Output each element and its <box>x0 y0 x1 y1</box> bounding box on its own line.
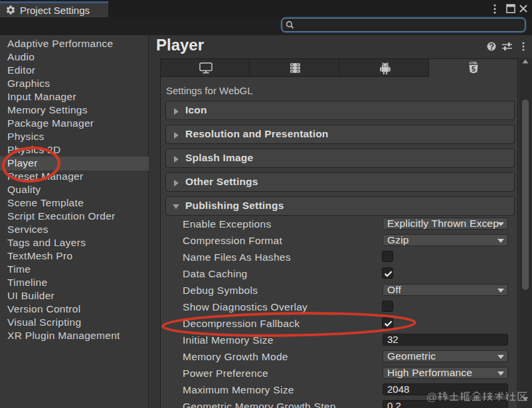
svg-text:5: 5 <box>472 65 476 73</box>
svg-text:@: @ <box>426 391 437 403</box>
